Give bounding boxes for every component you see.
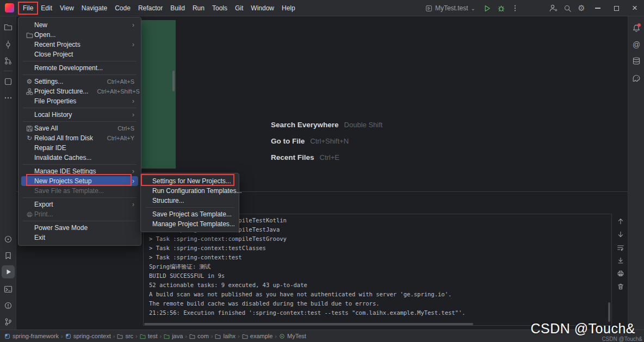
bug-icon [497, 4, 505, 13]
debug-button[interactable] [494, 0, 508, 16]
breadcrumb-java[interactable]: java [164, 333, 183, 339]
menu-help[interactable]: Help [278, 2, 299, 14]
settings-button[interactable]: ⚙ [574, 0, 589, 16]
menu-code[interactable]: Code [111, 2, 134, 14]
clear-console-button[interactable] [616, 282, 626, 291]
menu-item-reload-all-from-disk[interactable]: ↻ Reload All from Disk Ctrl+Alt+Y [21, 133, 138, 143]
hint-action-label: Search Everywhere [271, 121, 339, 129]
submenu-item-save-project-as-template[interactable]: Save Project as Template... [144, 209, 236, 219]
run-configuration-selector[interactable]: MyTest.test ⌄ [425, 4, 475, 12]
print-console-button[interactable] [616, 269, 626, 278]
menu-separator [23, 197, 137, 198]
menu-file[interactable]: File [19, 2, 37, 14]
chevron-right-icon: › [132, 41, 134, 48]
intellij-logo-icon[interactable] [5, 3, 14, 13]
breadcrumb-mytest[interactable]: MyTest [279, 333, 306, 339]
scroll-to-end-button[interactable] [616, 256, 626, 265]
version-control-tool-button[interactable] [2, 315, 15, 328]
notifications-button[interactable] [630, 22, 643, 35]
chevron-right-icon: › [135, 333, 138, 339]
problems-tool-button[interactable] [2, 299, 15, 312]
navigate-down-button[interactable] [616, 229, 626, 239]
more-actions-button[interactable] [508, 0, 522, 16]
breadcrumb-spring-context[interactable]: spring-context [65, 333, 111, 339]
breadcrumb-com[interactable]: com [189, 333, 209, 339]
breadcrumb-laihx[interactable]: laihx [215, 333, 236, 339]
navigate-up-button[interactable] [616, 216, 626, 226]
more-tool-windows-button[interactable] [2, 91, 15, 104]
run-tool-button[interactable] [2, 265, 15, 278]
minimize-icon [595, 8, 600, 9]
menu-item-exit[interactable]: Exit [21, 233, 138, 242]
console-horizontal-scrollbar[interactable] [144, 323, 473, 325]
soft-wrap-button[interactable] [616, 242, 626, 252]
menu-item-remote-development[interactable]: Remote Development... [21, 63, 138, 73]
menu-item-open[interactable]: Open... [21, 30, 138, 40]
menu-item-invalidate-caches[interactable]: Invalidate Caches... [21, 153, 138, 163]
menu-item-label: Save Project as Template... [152, 210, 232, 218]
menu-item-label: New [34, 21, 47, 29]
editor-scrollbar-thumb[interactable] [172, 71, 175, 91]
menu-item-repair-ide[interactable]: Repair IDE [21, 143, 138, 153]
menu-view[interactable]: View [56, 2, 78, 14]
profiler-tool-button[interactable] [2, 233, 15, 246]
submenu-item-settings-for-new-projects[interactable]: Settings for New Projects... [144, 176, 236, 186]
search-button[interactable] [560, 0, 574, 16]
right-tool-window-bar: @ [628, 16, 644, 329]
chevron-right-icon: › [184, 333, 188, 339]
breadcrumb-test[interactable]: test [140, 333, 158, 339]
breadcrumb-example[interactable]: example [242, 333, 273, 339]
menu-run[interactable]: Run [189, 2, 208, 14]
menu-item-local-history[interactable]: Local History › [21, 110, 138, 120]
menu-item-recent-projects[interactable]: Recent Projects › [21, 40, 138, 49]
maximize-button[interactable] [607, 0, 626, 16]
chevron-right-icon: › [132, 98, 134, 104]
menu-git[interactable]: Git [231, 2, 247, 14]
menu-refactor[interactable]: Refactor [134, 2, 166, 14]
menu-item-new-projects-setup[interactable]: New Projects Setup › [21, 176, 138, 186]
gradle-tool-button[interactable] [630, 72, 643, 85]
menu-item-settings[interactable]: ⚙ Settings... Ctrl+Alt+S [21, 77, 138, 86]
scroll-end-icon [617, 257, 624, 264]
submenu-item-manage-project-templates[interactable]: Manage Project Templates... [144, 219, 236, 229]
maximize-icon [614, 6, 619, 11]
menu-navigate[interactable]: Navigate [78, 2, 111, 14]
menu-item-label: Remote Development... [34, 64, 103, 72]
run-button[interactable] [480, 0, 494, 16]
breadcrumb-src[interactable]: src [117, 333, 133, 339]
commit-tool-button[interactable] [2, 38, 15, 51]
menu-item-manage-ide-settings[interactable]: Manage IDE Settings › [21, 166, 138, 176]
terminal-tool-button[interactable] [2, 283, 15, 296]
chevron-right-icon: › [210, 333, 214, 339]
menu-edit[interactable]: Edit [37, 2, 56, 14]
ai-assistant-button[interactable]: @ [630, 38, 643, 51]
console-vertical-scrollbar[interactable] [608, 302, 610, 322]
menu-item-power-save-mode[interactable]: Power Save Mode [21, 223, 138, 233]
play-icon [483, 4, 491, 13]
test-folder-icon [140, 333, 146, 339]
menu-item-new[interactable]: New › [21, 20, 138, 30]
editor-empty-state-shortcuts: Search Everywhere Double Shift Go to Fil… [271, 121, 382, 170]
close-button[interactable]: × [626, 0, 644, 16]
package-icon [242, 333, 248, 339]
menu-tools[interactable]: Tools [208, 2, 231, 14]
menu-item-save-all[interactable]: Save All Ctrl+S [21, 123, 138, 133]
submenu-item-structure[interactable]: Structure... [144, 196, 236, 206]
menu-build[interactable]: Build [166, 2, 189, 14]
menu-item-close-project[interactable]: Close Project [21, 49, 138, 59]
minimize-button[interactable] [589, 0, 607, 16]
project-tool-button[interactable] [2, 21, 15, 34]
menu-item-file-properties[interactable]: File Properties › [21, 96, 138, 106]
menu-separator [23, 221, 137, 221]
menu-item-project-structure[interactable]: Project Structure... Ctrl+Alt+Shift+S [21, 86, 138, 96]
menu-item-export[interactable]: Export › [21, 200, 138, 209]
menu-window[interactable]: Window [247, 2, 278, 14]
build-tool-button[interactable] [2, 75, 15, 88]
submenu-item-run-configuration-templates[interactable]: Run Configuration Templates... [144, 186, 236, 196]
menu-item-label: Local History [34, 111, 72, 119]
database-tool-button[interactable] [630, 54, 643, 67]
account-button[interactable] [546, 0, 560, 16]
pull-requests-tool-button[interactable] [2, 54, 15, 67]
bookmarks-tool-button[interactable] [2, 249, 15, 262]
breadcrumb-spring-framework[interactable]: spring-framework [4, 333, 59, 339]
